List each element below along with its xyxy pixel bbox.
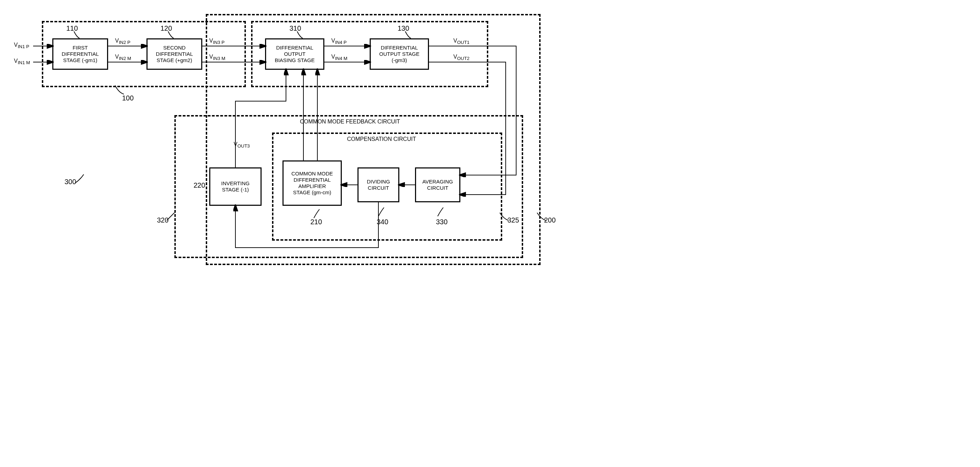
diagram-canvas: FIRSTDIFFERENTIALSTAGE (-gm1) SECONDDIFF… bbox=[14, 14, 544, 265]
wiring bbox=[14, 14, 544, 265]
